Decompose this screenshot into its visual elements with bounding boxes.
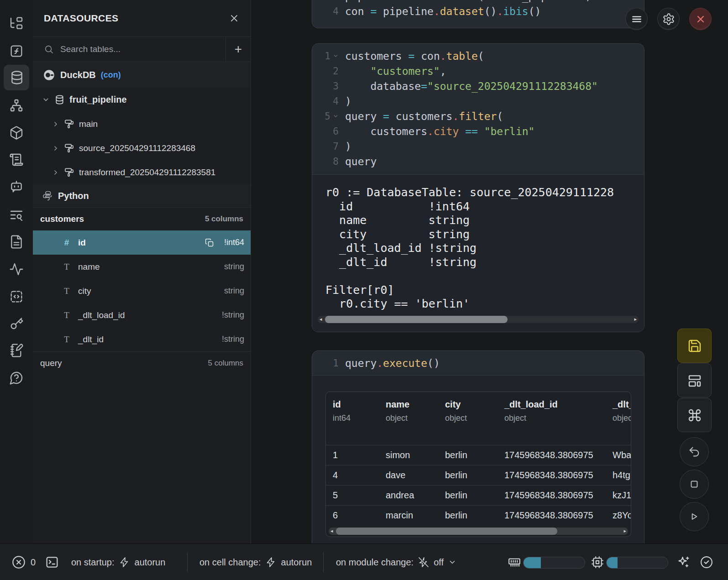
- column-header-dlt-load-id[interactable]: _dlt_load_idobject: [498, 392, 606, 445]
- app-window: DATASOURCES Search tables... + DuckDB (c…: [0, 0, 728, 580]
- command-palette-button[interactable]: [677, 398, 712, 432]
- ram-usage[interactable]: [508, 544, 521, 580]
- scroll-docs-icon[interactable]: [9, 152, 24, 167]
- code-cell-3[interactable]: 1 query.execute() idint64 nameobject cit…: [312, 350, 644, 570]
- result-table-container[interactable]: idint64 nameobject cityobject _dlt_load_…: [325, 392, 631, 537]
- dependency-graph-icon[interactable]: [9, 98, 24, 113]
- fold-icon[interactable]: [333, 53, 339, 59]
- connection-badge: (con): [101, 70, 121, 80]
- terminal-button[interactable]: [45, 544, 59, 580]
- scrollbar-thumb[interactable]: [336, 528, 557, 535]
- code-line: 4 con = pipeline.dataset().ibis(): [312, 4, 644, 19]
- activity-icon[interactable]: [9, 262, 24, 277]
- activity-rail: [0, 0, 33, 543]
- datasources-panel: DATASOURCES Search tables... + DuckDB (c…: [33, 0, 251, 543]
- tree-item-source[interactable]: source_202504291112283468: [33, 136, 251, 160]
- code-cell-1[interactable]: pipeline = dlt.attach("fruit_pipeline") …: [312, 0, 644, 28]
- terminal-icon: [45, 555, 59, 570]
- ai-assistant-button[interactable]: [677, 544, 691, 580]
- database-icon: [54, 94, 65, 105]
- snippets-icon[interactable]: [9, 289, 24, 304]
- connection-status-button[interactable]: [700, 544, 713, 580]
- column-row-dlt-id[interactable]: T _dlt_id !string: [33, 327, 251, 351]
- duckdb-logo-icon: [43, 69, 55, 81]
- chevron-down-icon: [448, 558, 456, 566]
- gear-icon: [662, 13, 675, 26]
- horizontal-scrollbar[interactable]: ◂ ▸: [318, 316, 639, 323]
- scroll-right-arrow[interactable]: ▸: [623, 528, 626, 534]
- notebook-menu-button[interactable]: [625, 8, 648, 30]
- scroll-left-arrow[interactable]: ◂: [319, 316, 322, 322]
- number-type-icon: #: [62, 238, 72, 248]
- command-icon: [687, 408, 702, 423]
- tree-item-fruit-pipeline[interactable]: fruit_pipeline: [33, 88, 251, 112]
- add-datasource-button[interactable]: +: [225, 37, 251, 62]
- column-row-id[interactable]: # id !int64: [33, 230, 251, 255]
- save-button[interactable]: [677, 329, 712, 363]
- dataframe-query-header[interactable]: query 5 columns: [33, 351, 251, 375]
- secrets-key-icon[interactable]: [9, 317, 24, 331]
- tree-item-label: source_202504291112283468: [79, 143, 195, 153]
- logs-search-icon[interactable]: [9, 208, 24, 222]
- copy-icon[interactable]: [205, 238, 214, 247]
- stop-button[interactable]: [680, 470, 709, 499]
- zap-icon: [119, 557, 130, 568]
- divider: [323, 552, 324, 572]
- code-cell-2[interactable]: 1 customers = con.table( 2 "customers", …: [312, 43, 644, 332]
- error-count-value: 0: [31, 557, 36, 568]
- function-icon[interactable]: [9, 44, 24, 58]
- settings-button[interactable]: [657, 8, 680, 30]
- scrollbar-thumb[interactable]: [325, 316, 508, 323]
- file-tree-icon[interactable]: [9, 16, 24, 31]
- column-row-name[interactable]: T name string: [33, 255, 251, 279]
- error-count[interactable]: 0: [11, 544, 36, 580]
- code-editor[interactable]: 1 customers = con.table( 2 "customers", …: [312, 44, 644, 174]
- table-row[interactable]: 1simonberlin1745968348.3806975Wba: [326, 445, 631, 465]
- ai-bot-icon[interactable]: [9, 179, 24, 193]
- tree-item-transformed[interactable]: transformed_202504291112283581: [33, 160, 251, 184]
- column-type: string: [224, 262, 244, 272]
- code-line: pipeline = dlt.attach("fruit_pipeline"): [312, 0, 644, 4]
- datasources-icon[interactable]: [9, 70, 24, 84]
- scroll-right-arrow[interactable]: ▸: [634, 316, 637, 322]
- search-row: Search tables... +: [33, 37, 251, 62]
- on-startup-setting[interactable]: on startup: autorun: [71, 544, 165, 580]
- chevron-right-icon: [52, 145, 59, 152]
- scroll-left-arrow[interactable]: ◂: [330, 528, 333, 534]
- connection-row-duckdb[interactable]: DuckDB (con): [33, 62, 251, 88]
- dataframe-customers-header[interactable]: customers 5 columns: [33, 207, 251, 230]
- close-panel-icon[interactable]: [229, 13, 240, 24]
- result-table: idint64 nameobject cityobject _dlt_load_…: [326, 392, 631, 526]
- help-icon[interactable]: [9, 371, 24, 385]
- on-cell-change-setting[interactable]: on cell change: autorun: [199, 544, 312, 580]
- layout-icon: [687, 373, 702, 388]
- column-header-dlt-id[interactable]: _dlt_idobject: [606, 392, 631, 445]
- table-row[interactable]: 6marcinberlin1745968348.3806975z8Yo: [326, 506, 631, 526]
- table-horizontal-scrollbar[interactable]: ◂ ▸: [329, 528, 628, 535]
- tree-item-main[interactable]: main: [33, 112, 251, 136]
- setting-label: on module change:: [336, 557, 414, 568]
- undo-button[interactable]: [680, 437, 709, 466]
- fold-icon[interactable]: [333, 113, 339, 119]
- column-header-id[interactable]: idint64: [326, 392, 379, 445]
- file-icon[interactable]: [9, 235, 24, 249]
- scratchpad-icon[interactable]: [9, 343, 24, 358]
- python-section-header[interactable]: Python: [33, 184, 251, 207]
- column-row-city[interactable]: T city string: [33, 279, 251, 303]
- code-editor[interactable]: 1 query.execute(): [312, 351, 644, 375]
- on-module-change-setting[interactable]: on module change: off: [336, 544, 456, 580]
- table-row[interactable]: 5andreaberlin1745968348.3806975kzJ1: [326, 486, 631, 506]
- column-header-name[interactable]: nameobject: [379, 392, 438, 445]
- search-tables-input[interactable]: Search tables...: [33, 37, 225, 62]
- ram-icon: [508, 555, 521, 569]
- column-header-city[interactable]: cityobject: [438, 392, 498, 445]
- table-row[interactable]: 4daveberlin1745968348.3806975h4tg: [326, 465, 631, 486]
- dataframe-name: query: [40, 358, 62, 368]
- column-row-dlt-load-id[interactable]: T _dlt_load_id !string: [33, 303, 251, 327]
- shutdown-button[interactable]: [689, 8, 712, 30]
- cpu-usage[interactable]: [591, 544, 604, 580]
- package-icon[interactable]: [9, 125, 24, 140]
- layout-toggle-button[interactable]: [677, 363, 712, 397]
- panel-header: DATASOURCES: [33, 0, 251, 37]
- run-button[interactable]: [680, 502, 709, 531]
